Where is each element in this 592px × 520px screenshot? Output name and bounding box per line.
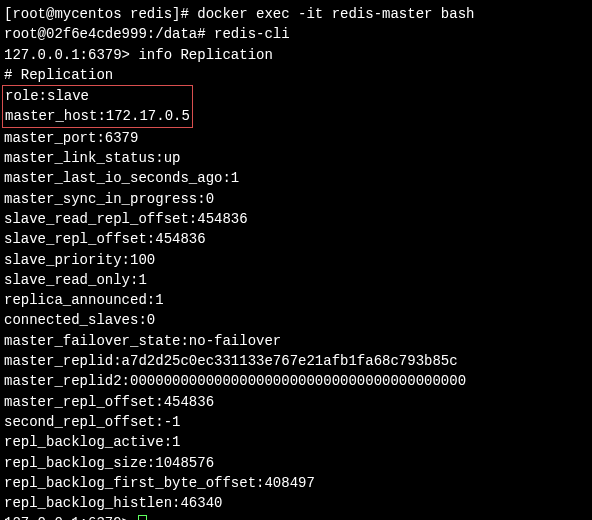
shell-prompt-2: root@02f6e4cde999:/data#: [4, 26, 214, 42]
output-line: repl_backlog_size:1048576: [4, 453, 588, 473]
output-line: second_repl_offset:-1: [4, 412, 588, 432]
highlighted-box: role:slave master_host:172.17.0.5: [2, 85, 193, 128]
redis-prompt-2: 127.0.0.1:6379>: [4, 515, 138, 520]
output-line: master_link_status:up: [4, 148, 588, 168]
output-line: repl_backlog_histlen:46340: [4, 493, 588, 513]
cursor-icon: [138, 515, 147, 520]
output-line: slave_read_only:1: [4, 270, 588, 290]
output-line: connected_slaves:0: [4, 310, 588, 330]
master-host-line: master_host:172.17.0.5: [5, 106, 190, 126]
output-line: master_replid2:0000000000000000000000000…: [4, 371, 588, 391]
role-line: role:slave: [5, 86, 190, 106]
shell-command-2: redis-cli: [214, 26, 290, 42]
shell-prompt-1: [root@mycentos redis]#: [4, 6, 197, 22]
redis-command-1: info Replication: [138, 47, 272, 63]
output-line: replica_announced:1: [4, 290, 588, 310]
output-line: slave_repl_offset:454836: [4, 229, 588, 249]
output-line: master_failover_state:no-failover: [4, 331, 588, 351]
output-line: slave_read_repl_offset:454836: [4, 209, 588, 229]
output-line: slave_priority:100: [4, 250, 588, 270]
output-line: master_sync_in_progress:0: [4, 189, 588, 209]
output-line: repl_backlog_first_byte_offset:408497: [4, 473, 588, 493]
shell-prompt-line-1: [root@mycentos redis]# docker exec -it r…: [4, 4, 588, 24]
output-line: master_last_io_seconds_ago:1: [4, 168, 588, 188]
replication-header: # Replication: [4, 65, 588, 85]
redis-prompt-line-2[interactable]: 127.0.0.1:6379>: [4, 513, 588, 520]
redis-prompt-1: 127.0.0.1:6379>: [4, 47, 138, 63]
shell-prompt-line-2: root@02f6e4cde999:/data# redis-cli: [4, 24, 588, 44]
shell-command-1: docker exec -it redis-master bash: [197, 6, 474, 22]
output-line: master_repl_offset:454836: [4, 392, 588, 412]
redis-prompt-line-1: 127.0.0.1:6379> info Replication: [4, 45, 588, 65]
output-line: master_port:6379: [4, 128, 588, 148]
output-line: master_replid:a7d2d25c0ec331133e767e21af…: [4, 351, 588, 371]
output-line: repl_backlog_active:1: [4, 432, 588, 452]
